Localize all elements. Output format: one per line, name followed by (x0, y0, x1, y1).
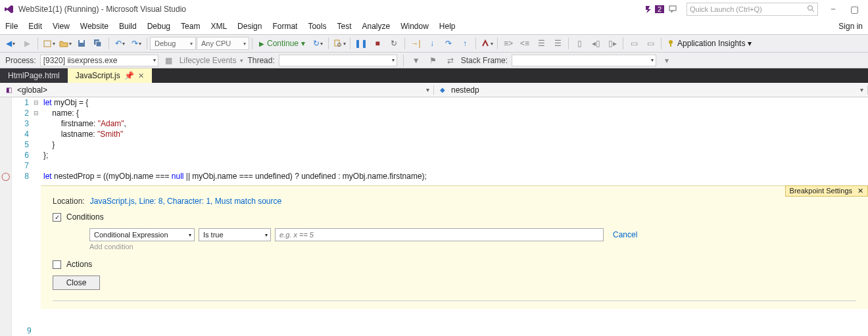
close-button[interactable]: Close (53, 276, 100, 290)
line-number-gutter: 123 456 78 (12, 97, 32, 336)
menu-bar: File Edit View Website Build Debug Team … (0, 18, 868, 34)
step-into-button[interactable]: ↓ (424, 36, 440, 51)
thread-filter-icon[interactable]: ▼ (410, 55, 423, 66)
actions-label: Actions (66, 260, 92, 269)
uncomment-button[interactable]: ☰ (550, 36, 566, 51)
menu-website[interactable]: Website (80, 22, 108, 31)
svg-point-1 (808, 6, 813, 11)
process-label: Process: (5, 56, 36, 65)
debug-toolbar: Process: [9320] iisexpress.exe ▦ Lifecyc… (0, 53, 868, 68)
condition-expression-input[interactable] (275, 228, 604, 241)
menu-debug[interactable]: Debug (147, 22, 170, 31)
bookmark-next-button[interactable]: ▯▸ (604, 36, 620, 51)
redo-button[interactable]: ↷ (128, 36, 144, 51)
sign-in-link[interactable]: Sign in (838, 22, 863, 31)
maximize-button[interactable]: ▢ (844, 3, 864, 16)
misc-button-2[interactable]: ▭ (642, 36, 658, 51)
thread-switch-icon[interactable]: ⇄ (444, 55, 457, 66)
add-condition-link[interactable]: Add condition (89, 243, 856, 251)
app-insights-button[interactable]: Application Insights ▾ (667, 39, 752, 48)
code-content[interactable]: let myObj = { name: { firstname: "Adam",… (41, 97, 868, 336)
step-over-button[interactable]: ↷ (441, 36, 456, 51)
stop-button[interactable]: ■ (370, 36, 385, 51)
menu-xml[interactable]: XML (210, 22, 227, 31)
dec-indent-button[interactable]: <≡ (517, 36, 533, 51)
scope-left-combo[interactable]: ◧ <global> ▾ (0, 85, 434, 95)
comment-button[interactable]: ☰ (533, 36, 549, 51)
save-button[interactable] (74, 36, 89, 51)
menu-analyze[interactable]: Analyze (362, 22, 390, 31)
inc-indent-button[interactable]: ≡> (500, 36, 516, 51)
svg-rect-0 (669, 6, 676, 11)
thread-combo[interactable] (279, 55, 397, 66)
vs-logo-icon (4, 4, 14, 14)
menu-build[interactable]: Build (119, 22, 137, 31)
restart-button[interactable]: ↻ (386, 36, 402, 51)
step-out-button[interactable]: ↑ (457, 36, 473, 51)
save-all-button[interactable] (90, 36, 106, 51)
browser-link-button[interactable]: ↻ (310, 36, 326, 51)
nav-forward-button[interactable]: ▶ (19, 36, 35, 51)
window-title: WebSite1(1) (Running) - Microsoft Visual… (18, 5, 186, 14)
svg-point-10 (669, 40, 673, 44)
quick-launch-placeholder: Quick Launch (Ctrl+Q) (690, 5, 762, 13)
actions-checkbox[interactable] (53, 260, 61, 269)
menu-test[interactable]: Test (337, 22, 351, 31)
stack-dd-icon[interactable]: ▾ (660, 55, 673, 66)
notifications-button[interactable]: 2 (644, 5, 664, 14)
menu-edit[interactable]: Edit (28, 22, 42, 31)
continue-button[interactable]: Continue ▾ (255, 36, 309, 51)
stack-frame-combo[interactable] (512, 55, 656, 66)
menu-design[interactable]: Design (237, 22, 262, 31)
lifecycle-label[interactable]: Lifecycle Events (180, 56, 237, 65)
breakpoint-settings-panel: Breakpoint Settings ✕ Location: JavaScri… (41, 185, 868, 309)
feedback-icon[interactable] (665, 1, 681, 17)
scope-bar: ◧ <global> ▾ ◆ nestedp ▾ (0, 83, 868, 97)
code-editor[interactable]: ◯ 123 456 78 ⊟⊟ let myObj = { name: { fi… (0, 97, 868, 336)
menu-window[interactable]: Window (400, 22, 429, 31)
new-project-button[interactable] (41, 36, 57, 51)
quick-launch-input[interactable]: Quick Launch (Ctrl+Q) (687, 3, 818, 16)
conditions-label: Conditions (66, 212, 104, 222)
condition-type-combo[interactable]: Conditional Expression (89, 228, 195, 241)
tab-javascript[interactable]: JavaScript.js 📌 ✕ (68, 68, 152, 83)
show-next-statement-button[interactable]: →| (408, 36, 423, 51)
breakpoint-gutter[interactable]: ◯ (0, 97, 12, 336)
thread-flag-icon[interactable]: ⚑ (427, 55, 440, 66)
lifecycle-icon[interactable]: ▦ (162, 55, 176, 66)
solution-platform-combo[interactable]: Any CPU (197, 37, 249, 50)
field-icon: ◆ (438, 85, 447, 95)
find-in-files-button[interactable] (331, 36, 347, 51)
minimize-button[interactable]: － (823, 3, 843, 16)
svg-rect-5 (80, 40, 84, 43)
nav-back-button[interactable]: ◀ (3, 36, 18, 51)
breakpoint-marker-icon[interactable]: ◯ (0, 171, 11, 181)
tab-htmlpage[interactable]: HtmlPage.html (0, 68, 68, 83)
solution-config-combo[interactable]: Debug (150, 37, 196, 50)
process-combo[interactable]: [9320] iisexpress.exe (40, 55, 158, 66)
menu-help[interactable]: Help (439, 22, 456, 31)
menu-format[interactable]: Format (272, 22, 297, 31)
fold-gutter[interactable]: ⊟⊟ (32, 97, 41, 336)
conditions-checkbox[interactable]: ✓ (53, 213, 61, 222)
open-file-button[interactable] (57, 36, 73, 51)
pause-button[interactable]: ❚❚ (353, 36, 369, 51)
bookmark-button[interactable]: ▯ (571, 36, 587, 51)
scope-right-combo[interactable]: ◆ nestedp ▾ (434, 85, 868, 95)
menu-file[interactable]: File (5, 22, 18, 31)
svg-rect-11 (670, 44, 671, 47)
close-icon[interactable]: ✕ (138, 72, 144, 80)
menu-team[interactable]: Team (181, 22, 200, 31)
location-label: Location: (53, 197, 85, 206)
menu-tools[interactable]: Tools (308, 22, 326, 31)
misc-button-1[interactable]: ▭ (626, 36, 642, 51)
menu-view[interactable]: View (53, 22, 70, 31)
undo-button[interactable]: ↶ (112, 36, 128, 51)
bookmark-prev-button[interactable]: ◂▯ (588, 36, 604, 51)
cancel-link[interactable]: Cancel (613, 230, 637, 239)
intellitrace-button[interactable] (479, 36, 494, 51)
svg-rect-7 (96, 41, 101, 47)
close-icon[interactable]: ✕ (857, 187, 863, 195)
location-link[interactable]: JavaScript.js, Line: 8, Character: 1, Mu… (90, 197, 281, 206)
condition-op-combo[interactable]: Is true (199, 228, 271, 241)
